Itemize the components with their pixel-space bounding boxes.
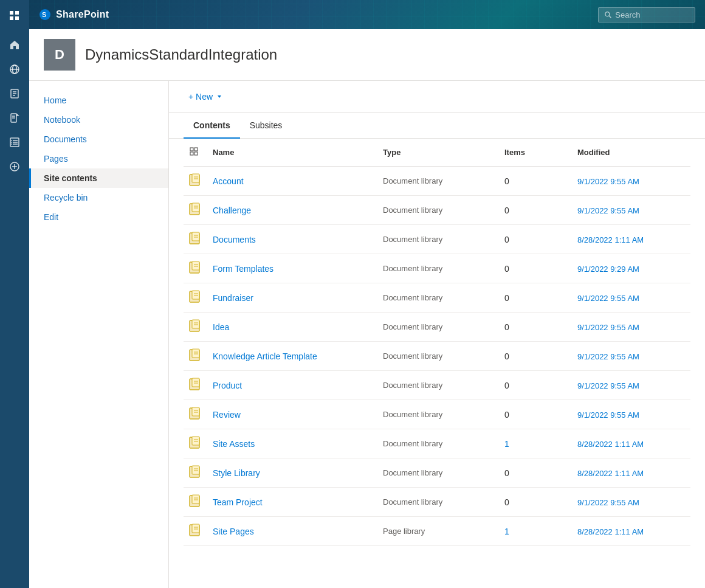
row-items-value: 0 <box>504 497 509 507</box>
row-items: 0 <box>500 167 573 196</box>
globe-icon[interactable] <box>4 58 26 80</box>
svg-rect-0 <box>10 11 13 15</box>
notes-icon[interactable] <box>4 83 26 105</box>
tab-subsites[interactable]: Subsites <box>240 113 292 139</box>
row-icon <box>184 167 208 196</box>
row-type: Document library <box>378 342 500 371</box>
row-modified: 8/28/2022 1:11 AM <box>573 517 690 546</box>
row-name-link[interactable]: Idea <box>213 322 229 332</box>
row-modified-value: 9/1/2022 9:55 AM <box>577 352 639 361</box>
row-modified-value: 9/1/2022 9:55 AM <box>577 410 639 420</box>
table-row: ProductDocument library09/1/2022 9:55 AM <box>184 371 690 400</box>
row-items-value[interactable]: 1 <box>504 527 509 536</box>
row-items: 0 <box>500 313 573 342</box>
row-modified-value: 9/1/2022 9:55 AM <box>577 323 639 332</box>
right-content: + New Contents Subsites <box>169 81 705 588</box>
table-row: AccountDocument library09/1/2022 9:55 AM <box>184 167 690 196</box>
table-row: Site PagesPage library18/28/2022 1:11 AM <box>184 517 690 546</box>
row-modified: 8/28/2022 1:11 AM <box>573 225 690 254</box>
row-name-link[interactable]: Form Templates <box>213 264 273 274</box>
list-icon[interactable] <box>4 131 26 153</box>
table-row: DocumentsDocument library08/28/2022 1:11… <box>184 225 690 254</box>
row-icon <box>184 283 208 313</box>
row-name-link[interactable]: Challenge <box>213 206 251 215</box>
row-modified-value: 9/1/2022 9:55 AM <box>577 498 639 507</box>
site-header: D DynamicsStandardIntegration <box>29 29 705 81</box>
table-row: FundraiserDocument library09/1/2022 9:55… <box>184 283 690 313</box>
row-modified-value: 9/1/2022 9:55 AM <box>577 381 639 390</box>
row-icon <box>184 371 208 400</box>
sidebar-item-pages[interactable]: Pages <box>29 149 168 168</box>
row-name: Style Library <box>208 458 378 488</box>
row-items: 0 <box>500 283 573 313</box>
app-name: SharePoint <box>56 9 109 20</box>
row-modified-value: 9/1/2022 9:29 AM <box>577 265 639 274</box>
row-name-link[interactable]: Knowledge Article Template <box>213 351 317 361</box>
content-wrapper: Home Notebook Documents Pages Site conte… <box>29 81 705 588</box>
tab-contents[interactable]: Contents <box>184 113 240 139</box>
row-name-link[interactable]: Style Library <box>213 468 260 478</box>
row-name-link[interactable]: Site Assets <box>213 439 255 449</box>
svg-rect-31 <box>194 152 198 155</box>
sidebar-item-notebook[interactable]: Notebook <box>29 110 168 130</box>
row-name-link[interactable]: Product <box>213 381 242 390</box>
row-items-value: 0 <box>504 468 509 478</box>
row-items-value: 0 <box>504 264 509 274</box>
sidebar-item-edit[interactable]: Edit <box>29 207 168 227</box>
app-logo: S SharePoint <box>39 9 109 21</box>
row-name: Account <box>208 167 378 196</box>
table-row: Site AssetsDocument library18/28/2022 1:… <box>184 429 690 458</box>
row-modified: 9/1/2022 9:55 AM <box>573 400 690 429</box>
site-title: DynamicsStandardIntegration <box>85 46 277 63</box>
row-icon <box>184 342 208 371</box>
row-name-link[interactable]: Fundraiser <box>213 293 253 303</box>
svg-rect-89 <box>192 437 199 445</box>
svg-rect-30 <box>190 152 193 155</box>
row-name-link[interactable]: Site Pages <box>213 527 254 536</box>
table-row: ReviewDocument library09/1/2022 9:55 AM <box>184 400 690 429</box>
search-input[interactable] <box>615 10 689 19</box>
table-row: IdeaDocument library09/1/2022 9:55 AM <box>184 313 690 342</box>
table-header-row: Name Type Items Modified <box>184 139 690 167</box>
row-name-link[interactable]: Team Project <box>213 497 263 507</box>
row-name-link[interactable]: Documents <box>213 235 256 244</box>
row-items: 0 <box>500 225 573 254</box>
table-row: ChallengeDocument library09/1/2022 9:55 … <box>184 196 690 225</box>
search-box[interactable] <box>598 7 695 22</box>
new-button[interactable]: + New <box>184 88 227 105</box>
row-modified: 9/1/2022 9:29 AM <box>573 254 690 283</box>
row-type: Document library <box>378 283 500 313</box>
row-modified: 9/1/2022 9:55 AM <box>573 167 690 196</box>
row-items-value: 0 <box>504 206 509 215</box>
sidebar-item-recycle-bin[interactable]: Recycle bin <box>29 188 168 207</box>
grid-icon[interactable] <box>4 5 26 27</box>
svg-rect-71 <box>192 349 199 358</box>
table-row: Knowledge Article TemplateDocument libra… <box>184 342 690 371</box>
row-modified-value: 9/1/2022 9:55 AM <box>577 294 639 303</box>
top-header: S SharePoint <box>29 0 705 29</box>
svg-rect-53 <box>192 261 199 270</box>
row-type: Document library <box>378 225 500 254</box>
row-items: 1 <box>500 517 573 546</box>
row-items-value: 0 <box>504 322 509 332</box>
sidebar-item-site-contents[interactable]: Site contents <box>29 168 168 188</box>
add-icon[interactable] <box>4 156 26 178</box>
row-items-value[interactable]: 1 <box>504 439 509 449</box>
table-row: Style LibraryDocument library08/28/2022 … <box>184 458 690 488</box>
svg-rect-28 <box>190 148 193 151</box>
row-modified-value: 8/28/2022 1:11 AM <box>577 527 644 536</box>
page-icon[interactable] <box>4 107 26 129</box>
row-name-link[interactable]: Account <box>213 176 244 186</box>
svg-text:S: S <box>42 11 47 18</box>
sidebar-item-documents[interactable]: Documents <box>29 130 168 149</box>
sidebar-item-home[interactable]: Home <box>29 91 168 110</box>
page-layout: D DynamicsStandardIntegration Home Noteb… <box>29 29 705 588</box>
svg-rect-41 <box>192 203 199 212</box>
svg-line-27 <box>609 15 611 17</box>
row-modified-value: 8/28/2022 1:11 AM <box>577 440 644 449</box>
main-wrapper: S SharePoint D DynamicsStandardIntegrati… <box>29 0 705 588</box>
home-icon[interactable] <box>4 34 26 56</box>
row-modified-value: 9/1/2022 9:55 AM <box>577 206 639 215</box>
row-modified: 9/1/2022 9:55 AM <box>573 196 690 225</box>
row-name-link[interactable]: Review <box>213 410 241 420</box>
